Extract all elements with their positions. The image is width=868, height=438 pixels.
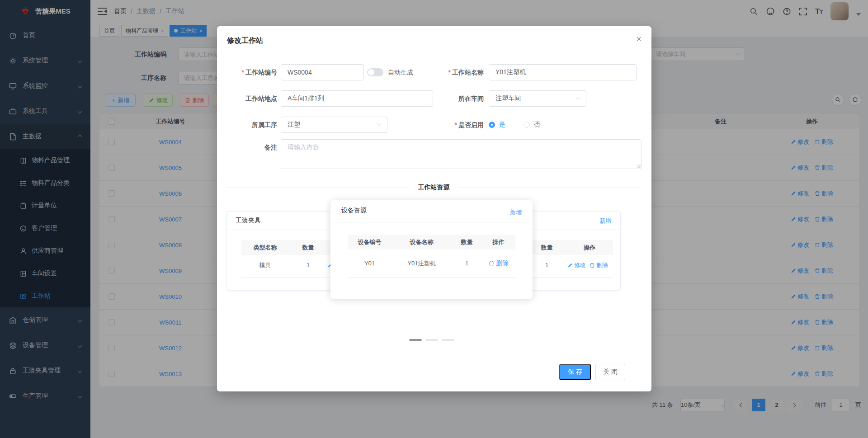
tooling-card-title: 工装夹具 xyxy=(236,217,261,225)
auto-generate-toggle[interactable] xyxy=(367,68,383,76)
name-input[interactable] xyxy=(489,64,637,80)
location-label: 工作站地点 xyxy=(217,90,277,107)
equipment-card-title: 设备资源 xyxy=(341,207,367,215)
section-title: 工作站资源 xyxy=(410,184,458,191)
edit-workstation-dialog: 修改工作站 × *工作站编号 自动生成 *工作站名称 工作站地点 所在车间 注塑… xyxy=(217,26,651,391)
workshop-select[interactable]: 注塑车间 xyxy=(489,90,586,107)
radio-yes[interactable] xyxy=(489,122,495,128)
equipment-name-cell: Y01注塑机 xyxy=(391,250,452,277)
remark-textarea[interactable] xyxy=(281,139,642,169)
right-edit-link[interactable]: 修改 xyxy=(567,261,586,269)
dialog-title: 修改工作站 xyxy=(227,36,263,46)
radio-no[interactable] xyxy=(524,122,530,128)
carousel-dot-1[interactable] xyxy=(409,339,422,341)
carousel-dot-2[interactable] xyxy=(425,339,438,341)
close-icon[interactable]: × xyxy=(636,34,642,43)
equipment-qty-cell: 1 xyxy=(452,250,481,277)
chevron-down-icon xyxy=(576,95,580,99)
code-input[interactable] xyxy=(281,64,364,80)
name-label: *工作站名称 xyxy=(424,64,484,80)
pencil-icon xyxy=(567,263,573,268)
carousel-indicators xyxy=(409,339,454,341)
tooling-type-cell: 模具 xyxy=(241,255,289,276)
equipment-delete-link[interactable]: 删除 xyxy=(488,259,509,268)
workshop-label: 所在车间 xyxy=(424,90,484,107)
tooling-qty-cell: 1 xyxy=(289,255,327,276)
location-input[interactable] xyxy=(281,90,433,107)
remark-label: 备注 xyxy=(217,139,277,155)
resize-handle[interactable] xyxy=(637,165,641,168)
save-button[interactable]: 保 存 xyxy=(559,364,591,380)
equipment-add-link[interactable]: 新增 xyxy=(510,208,522,217)
auto-generate-label: 自动生成 xyxy=(388,64,413,80)
trash-icon xyxy=(488,260,495,267)
process-select[interactable]: 注塑 xyxy=(281,117,387,133)
equipment-resource-card: 设备资源 新增 设备编号 设备名称 数量 操作 Y01 Y01注塑机 1 删除 xyxy=(330,200,533,299)
trash-icon xyxy=(590,263,595,268)
carousel-dot-3[interactable] xyxy=(442,339,454,341)
section-divider: 工作站资源 xyxy=(226,188,642,188)
chevron-down-icon xyxy=(377,121,382,126)
close-button[interactable]: 关 闭 xyxy=(595,364,625,380)
right-qty-cell: 1 xyxy=(528,255,566,276)
right-card-add-link[interactable]: 新增 xyxy=(599,217,611,225)
app-root: 苦糖果MES 首页 系统管理 系统监控 系统工具 主数据 物料产品管理 xyxy=(0,0,868,438)
right-delete-link[interactable]: 删除 xyxy=(590,261,608,269)
process-label: 所属工序 xyxy=(217,117,277,133)
enabled-radio-group: 是 否 xyxy=(489,117,540,133)
code-label: *工作站编号 xyxy=(217,64,277,80)
equipment-code-cell: Y01 xyxy=(348,250,391,277)
enabled-label: *是否启用 xyxy=(424,117,484,133)
